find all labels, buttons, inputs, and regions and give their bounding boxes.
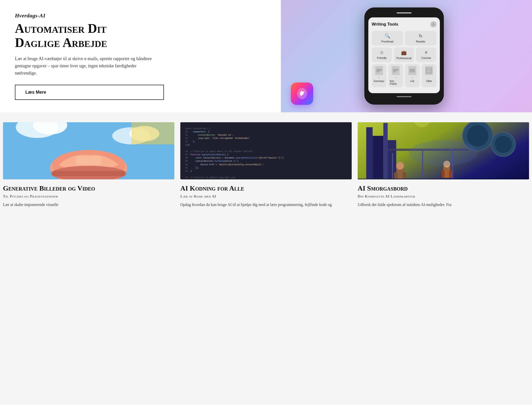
svg-rect-15 — [52, 171, 125, 176]
rewrite-icon: ↻ — [419, 33, 422, 39]
summary-label: Summary — [374, 80, 384, 82]
svg-rect-13 — [76, 156, 102, 165]
list-button[interactable]: ↓ List — [405, 64, 420, 87]
professional-label: Professional — [396, 57, 412, 60]
close-icon: × — [432, 22, 434, 26]
hero-description: Lær at bruge AI-værktøjer til at skrive … — [15, 55, 154, 77]
svg-point-30 — [396, 162, 404, 170]
proofread-label: Proofread — [381, 40, 393, 43]
rewrite-button[interactable]: ↻ Rewrite — [405, 31, 436, 45]
card-1-image — [3, 122, 174, 179]
svg-rect-10 — [132, 122, 175, 144]
svg-point-22 — [467, 125, 488, 146]
key-points-button[interactable]: ↓ Key Points — [388, 64, 403, 87]
svg-rect-17 — [366, 127, 373, 179]
friendly-icon: ☺ — [380, 50, 384, 55]
concise-label: Concise — [421, 56, 431, 59]
professional-button[interactable]: 💼 Professional — [394, 47, 414, 62]
svg-rect-18 — [373, 136, 383, 179]
concise-button[interactable]: ≡ Concise — [416, 47, 436, 62]
svg-rect-0 — [426, 68, 432, 73]
summary-doc-icon — [375, 66, 383, 75]
wt-row-1: 🔍 Proofread ↻ Rewrite — [372, 31, 436, 45]
list-doc-icon — [408, 66, 416, 75]
friendly-button[interactable]: ☺ Friendly — [372, 47, 392, 62]
card-1-description: Lær at skabe imponerende visuelle — [3, 202, 174, 208]
rewrite-label: Rewrite — [416, 40, 425, 43]
summary-button[interactable]: ↓ Summary — [372, 64, 386, 87]
table-button[interactable]: ↓ Table — [422, 64, 436, 87]
cards-section: Generative Billeder og Video Til Pitches… — [0, 112, 532, 208]
card-2-title: AI Kodning for Alle — [180, 184, 352, 192]
card-3: AI Smorgasbord Din Komplette AI Landskab… — [358, 122, 529, 208]
list-arrow-icon: ↓ — [412, 76, 413, 79]
card-1-subtitle: Til Pitches og Præsentationer — [3, 194, 174, 199]
svg-rect-35 — [442, 170, 445, 178]
svg-rect-31 — [394, 172, 398, 179]
ai-logo-icon — [295, 87, 309, 100]
ai-logo-bubble — [291, 82, 313, 105]
hero-right: Writing Tools × 🔍 Proofread ↻ Rewrite — [281, 0, 532, 112]
table-arrow-icon: ↓ — [428, 76, 430, 79]
card-3-subtitle: Din Komplette AI Landskabstur — [358, 194, 529, 199]
proofread-icon: 🔍 — [385, 33, 390, 39]
card-3-image — [358, 122, 529, 179]
hero-tag: Hverdags-AI — [15, 12, 266, 19]
card-3-description: Udforsk det fulde spektrum af nutidens A… — [358, 202, 529, 208]
svg-point-24 — [495, 136, 512, 153]
svg-rect-32 — [403, 172, 406, 179]
wt-close-button[interactable]: × — [430, 21, 436, 27]
card-1: Generative Billeder og Video Til Pitches… — [3, 122, 174, 208]
card-2-subtitle: Lær at Kode med AI — [180, 194, 352, 199]
wt-title: Writing Tools — [372, 22, 398, 27]
svg-point-4 — [301, 93, 303, 94]
professional-icon: 💼 — [401, 50, 407, 55]
wt-row-2: ☺ Friendly 💼 Professional ≡ Concise — [372, 47, 436, 62]
hero-title: Automatiser DitDaglige Arbejde — [15, 21, 266, 50]
concise-icon: ≡ — [425, 50, 428, 55]
card-2-description: Opdag hvordan du kan bruge AI til at hjæ… — [180, 202, 352, 208]
key-points-arrow-icon: ↓ — [395, 76, 396, 79]
card-2-image: const siteConfig = { 30 commonText: { 31… — [180, 122, 352, 179]
wt-row-3: ↓ Summary ↓ Key Points — [372, 64, 436, 87]
phone-scroll-indicator — [397, 12, 412, 13]
card-2: const siteConfig = { 30 commonText: { 31… — [180, 122, 352, 208]
hero-section: Hverdags-AI Automatiser DitDaglige Arbej… — [0, 0, 532, 112]
friendly-label: Friendly — [377, 56, 387, 59]
svg-rect-36 — [449, 170, 452, 178]
hero-left: Hverdags-AI Automatiser DitDaglige Arbej… — [0, 0, 281, 112]
svg-rect-37 — [358, 179, 529, 179]
svg-rect-26 — [392, 153, 393, 179]
key-points-label: Key Points — [390, 80, 402, 85]
summary-arrow-icon: ↓ — [379, 76, 380, 79]
card-1-title: Generative Billeder og Video — [3, 184, 174, 192]
table-doc-icon — [425, 66, 433, 75]
phone-bottom-scroll — [397, 96, 412, 97]
writing-tools-panel: Writing Tools × 🔍 Proofread ↻ Rewrite — [368, 17, 440, 93]
list-label: List — [410, 80, 414, 82]
phone-mockup: Writing Tools × 🔍 Proofread ↻ Rewrite — [364, 7, 444, 105]
card-3-title: AI Smorgasbord — [358, 184, 529, 192]
key-points-doc-icon — [392, 66, 400, 75]
svg-point-40 — [409, 140, 478, 166]
wt-header: Writing Tools × — [372, 21, 436, 27]
table-label: Table — [426, 80, 432, 82]
proofread-button[interactable]: 🔍 Proofread — [372, 31, 403, 45]
read-more-button[interactable]: Læs Mere — [15, 85, 164, 100]
